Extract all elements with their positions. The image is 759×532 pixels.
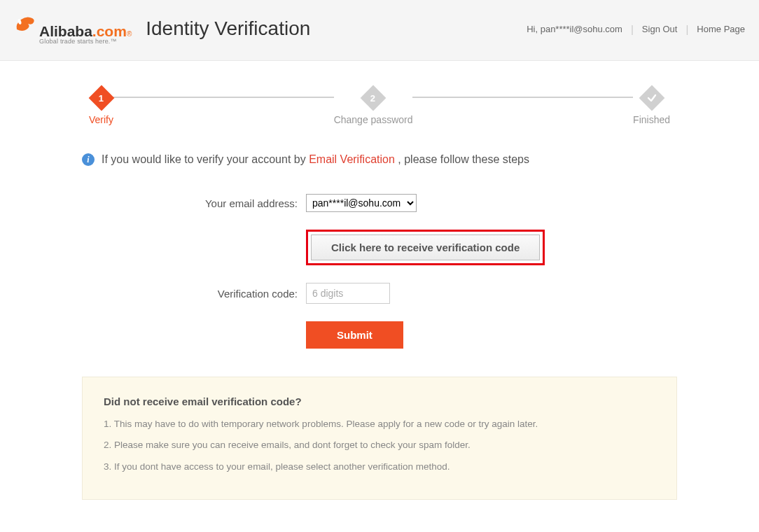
code-label: Verification code:	[82, 288, 306, 300]
verification-code-input[interactable]	[306, 283, 390, 304]
email-row: Your email address: pan****il@sohu.com	[82, 194, 677, 212]
help-item: 2. Please make sure you can receive emai…	[104, 438, 655, 452]
step-change-password: 2 Change password	[334, 89, 413, 125]
page-title: Identity Verification	[146, 18, 310, 40]
receive-row: Click here to receive verification code	[82, 230, 677, 265]
info-method: Email Verification	[309, 153, 395, 165]
greeting-text: Hi, pan****il@sohu.com	[527, 24, 622, 34]
step-line	[412, 97, 633, 98]
logo-registered: ®	[127, 30, 132, 38]
info-prefix: If you would like to verify your account…	[102, 153, 309, 165]
help-title: Did not receive email verification code?	[104, 396, 655, 407]
code-row: Verification code:	[82, 283, 677, 304]
email-label: Your email address:	[82, 197, 306, 209]
step-line	[113, 97, 334, 98]
step-label: Finished	[633, 114, 670, 125]
info-icon: i	[82, 153, 95, 166]
header-bar: Alibaba.com® Global trade starts here.™ …	[0, 0, 759, 61]
info-message: i If you would like to verify your accou…	[82, 153, 677, 166]
step-verify: 1 Verify	[89, 89, 113, 125]
alibaba-logo-icon	[14, 13, 38, 36]
divider: |	[685, 23, 688, 35]
help-item: 1. This may have to do with temporary ne…	[104, 417, 655, 431]
help-item: 3. If you dont have access to your email…	[104, 460, 655, 474]
submit-row: Submit	[82, 321, 677, 349]
submit-button[interactable]: Submit	[306, 321, 403, 349]
logo-tagline: Global trade starts here.™	[39, 38, 117, 45]
sign-out-link[interactable]: Sign Out	[642, 24, 678, 34]
stepper: 1 Verify 2 Change password Finished	[89, 89, 670, 125]
logo[interactable]: Alibaba.com® Global trade starts here.™	[14, 13, 132, 45]
header-right: Hi, pan****il@sohu.com | Sign Out | Home…	[527, 23, 745, 35]
main-content: 1 Verify 2 Change password Finished i If…	[82, 61, 677, 521]
step-label: Verify	[89, 114, 113, 125]
email-select[interactable]: pan****il@sohu.com	[306, 194, 417, 212]
highlight-box: Click here to receive verification code	[306, 230, 545, 265]
home-page-link[interactable]: Home Page	[697, 24, 745, 34]
step-number: 2	[370, 92, 375, 103]
step-finished: Finished	[633, 89, 670, 125]
info-suffix: , please follow these steps	[395, 153, 529, 165]
receive-code-button[interactable]: Click here to receive verification code	[311, 234, 540, 260]
step-number: 1	[99, 92, 104, 103]
divider: |	[631, 23, 634, 35]
help-box: Did not receive email verification code?…	[82, 377, 677, 500]
check-icon	[639, 85, 664, 111]
step-label: Change password	[334, 114, 413, 125]
